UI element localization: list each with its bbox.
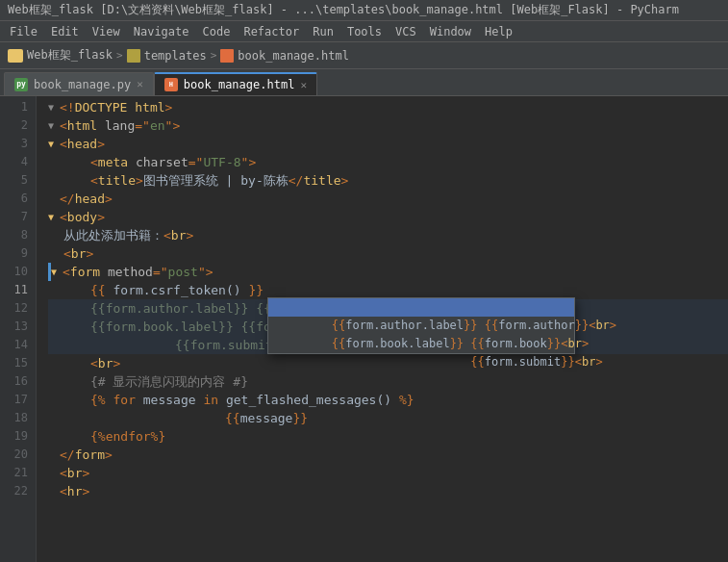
html-icon: H (164, 78, 178, 91)
nav-file[interactable]: book_manage.html (238, 49, 349, 63)
code-line-5: <title>图书管理系统 | by-陈栋</title> (48, 171, 728, 190)
ln-3: 3 (0, 135, 28, 153)
menu-code[interactable]: Code (197, 23, 237, 40)
code-line-7: ▼<body> (48, 208, 728, 226)
gutter-mark-10 (48, 263, 51, 281)
menu-bar: File Edit View Navigate Code Refactor Ru… (0, 21, 728, 42)
ln-4: 4 (0, 153, 28, 171)
menu-refactor[interactable]: Refactor (238, 23, 305, 40)
menu-vcs[interactable]: VCS (389, 23, 422, 40)
line-numbers: 1 2 3 4 5 6 7 8 9 10 11 12 13 14 15 16 1… (0, 96, 37, 562)
code-line-10: ▼<form method="post"> (48, 263, 728, 281)
code-line-22: <hr> (48, 482, 728, 500)
nav-sep1: > (116, 49, 123, 62)
nav-file-icon (220, 49, 234, 63)
ln-22: 22 (0, 482, 28, 500)
code-line-16: {# 显示消息闪现的内容 #} (48, 372, 728, 391)
ln-14: 14 (0, 336, 28, 354)
code-line-17: {% for message in get_flashed_messages()… (48, 391, 728, 409)
tab-py-label: book_manage.py (34, 78, 131, 91)
menu-help[interactable]: Help (479, 23, 518, 40)
menu-run[interactable]: Run (307, 23, 339, 40)
py-icon: py (14, 78, 28, 91)
code-line-18: {{message}} (48, 409, 728, 427)
code-line-2: ▼<html lang="en"> (48, 116, 728, 135)
menu-navigate[interactable]: Navigate (128, 23, 195, 40)
code-line-3: ▼<head> (48, 135, 728, 153)
code-line-9: <br> (48, 244, 728, 263)
ln-17: 17 (0, 391, 28, 409)
tab-html-label: book_manage.html (184, 78, 295, 91)
menu-tools[interactable]: Tools (341, 23, 388, 40)
ln-20: 20 (0, 446, 28, 464)
title-text: Web框架_flask [D:\文档资料\Web框架_flask] - ...\… (8, 2, 679, 18)
tab-book-manage-html[interactable]: H book_manage.html ✕ (154, 72, 317, 95)
tab-py-close[interactable]: ✕ (137, 78, 143, 90)
code-line-20: </form> (48, 446, 728, 464)
ln-16: 16 (0, 372, 28, 391)
project-folder-icon (8, 49, 23, 63)
ln-6: 6 (0, 190, 28, 208)
editor: 1 2 3 4 5 6 7 8 9 10 11 12 13 14 15 16 1… (0, 96, 728, 562)
code-line-6: </head> (48, 190, 728, 208)
code-line-19: {%endfor%} (48, 427, 728, 446)
ln-1: 1 (0, 98, 28, 116)
nav-sep2: > (211, 49, 217, 62)
tab-bar: py book_manage.py ✕ H book_manage.html ✕ (0, 69, 728, 96)
menu-edit[interactable]: Edit (45, 23, 85, 40)
nav-templates-icon (127, 49, 140, 63)
ln-8: 8 (0, 226, 28, 244)
ln-11: 11 (0, 281, 28, 299)
autocomplete-popup[interactable]: {{form.author.label}} {{form.author}}<br… (267, 297, 575, 354)
ln-21: 21 (0, 464, 28, 482)
ln-9: 9 (0, 244, 28, 263)
nav-bar: Web框架_flask > templates > book_manage.ht… (0, 42, 728, 69)
code-line-8: 从此处添加书籍：<br> (48, 226, 728, 244)
autocomplete-item-0[interactable]: {{form.author.label}} {{form.author}}<br… (268, 298, 574, 317)
menu-file[interactable]: File (4, 23, 43, 40)
ln-7: 7 (0, 208, 28, 226)
code-line-1: ▼<!DOCTYPE html> (48, 98, 728, 116)
ln-19: 19 (0, 427, 28, 446)
title-bar: Web框架_flask [D:\文档资料\Web框架_flask] - ...\… (0, 0, 728, 21)
ln-13: 13 (0, 318, 28, 336)
ln-2: 2 (0, 116, 28, 135)
code-area[interactable]: ▼<!DOCTYPE html> ▼<html lang="en"> ▼<hea… (37, 96, 728, 562)
code-line-21: <br> (48, 464, 728, 482)
tab-book-manage-py[interactable]: py book_manage.py ✕ (4, 72, 154, 95)
menu-window[interactable]: Window (424, 23, 477, 40)
tab-html-close[interactable]: ✕ (300, 79, 307, 91)
menu-view[interactable]: View (87, 23, 126, 40)
ln-12: 12 (0, 299, 28, 318)
nav-project[interactable]: Web框架_flask (27, 47, 113, 64)
ln-5: 5 (0, 171, 28, 190)
ln-18: 18 (0, 409, 28, 427)
ln-10: 10 (0, 263, 28, 281)
ln-15: 15 (0, 354, 28, 372)
nav-templates[interactable]: templates (144, 49, 207, 63)
code-line-4: <meta charset="UTF-8"> (48, 153, 728, 171)
